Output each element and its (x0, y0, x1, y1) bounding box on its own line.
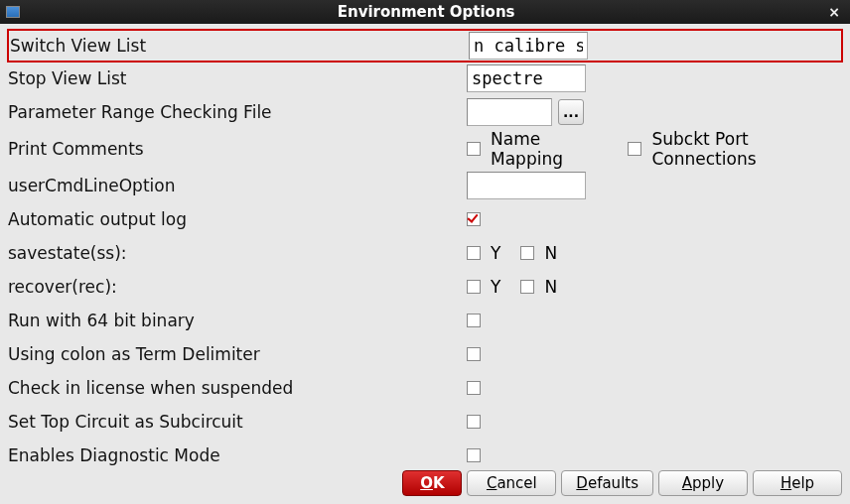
subckt-port-checkbox[interactable] (628, 142, 641, 156)
recover-n-label: N (544, 277, 557, 297)
label-check-lic: Check in license when suspended (8, 378, 467, 398)
recover-n-checkbox[interactable] (520, 280, 534, 294)
row-recover: recover(rec): Y N (8, 270, 842, 304)
row-user-cmd: userCmdLineOption (8, 169, 842, 202)
browse-button[interactable]: ... (558, 99, 584, 125)
savestate-n-label: N (544, 243, 557, 263)
check-lic-checkbox[interactable] (467, 381, 481, 395)
savestate-n-checkbox[interactable] (520, 246, 534, 260)
label-colon-delim: Using colon as Term Delimiter (8, 344, 467, 364)
auto-log-checkbox[interactable] (467, 212, 481, 226)
savestate-y-checkbox[interactable] (467, 246, 481, 260)
label-run64: Run with 64 bit binary (8, 311, 467, 330)
row-set-top: Set Top Circuit as Subcircuit (8, 405, 842, 439)
button-bar: OK Cancel Defaults Apply Help (0, 464, 850, 502)
ok-button[interactable]: OK (402, 470, 462, 496)
label-set-top: Set Top Circuit as Subcircuit (8, 412, 467, 432)
row-check-lic: Check in license when suspended (8, 371, 842, 405)
recover-y-label: Y (491, 277, 500, 297)
row-param-file: Parameter Range Checking File ... (8, 95, 842, 129)
label-stop-view: Stop View List (8, 68, 467, 88)
name-mapping-checkbox[interactable] (467, 142, 481, 156)
row-switch-view: Switch View List (7, 29, 843, 63)
form-area: Switch View List Stop View List Paramete… (0, 24, 850, 472)
row-auto-log: Automatic output log (8, 202, 842, 236)
label-param-file: Parameter Range Checking File (8, 102, 467, 122)
label-user-cmd: userCmdLineOption (8, 176, 467, 195)
user-cmd-input[interactable] (467, 172, 586, 199)
recover-y-checkbox[interactable] (467, 280, 481, 294)
apply-button[interactable]: Apply (658, 470, 748, 496)
help-button[interactable]: Help (753, 470, 842, 496)
savestate-y-label: Y (491, 243, 500, 263)
label-switch-view: Switch View List (10, 36, 469, 56)
subckt-port-label: Subckt Port Connections (651, 129, 842, 169)
label-recover: recover(rec): (8, 277, 467, 297)
label-print-comments: Print Comments (8, 139, 467, 159)
colon-delim-checkbox[interactable] (467, 347, 481, 361)
label-diag: Enables Diagnostic Mode (8, 445, 467, 465)
run64-checkbox[interactable] (467, 314, 481, 327)
diag-checkbox[interactable] (467, 448, 481, 462)
row-run64: Run with 64 bit binary (8, 304, 842, 337)
defaults-button[interactable]: Defaults (561, 470, 653, 496)
cancel-button[interactable]: Cancel (467, 470, 556, 496)
set-top-checkbox[interactable] (467, 415, 481, 429)
title-bar: Environment Options × (0, 0, 850, 24)
row-print-comments: Print Comments Name Mapping Subckt Port … (8, 129, 842, 169)
row-savestate: savestate(ss): Y N (8, 236, 842, 270)
stop-view-input[interactable] (467, 64, 586, 92)
name-mapping-label: Name Mapping (491, 129, 608, 169)
switch-view-input[interactable] (469, 32, 588, 60)
label-auto-log: Automatic output log (8, 209, 467, 229)
row-stop-view: Stop View List (8, 62, 842, 95)
close-icon[interactable]: × (824, 4, 844, 20)
window-title: Environment Options (28, 3, 824, 21)
window-icon (6, 6, 20, 18)
param-file-input[interactable] (467, 98, 552, 126)
label-savestate: savestate(ss): (8, 243, 467, 263)
row-colon-delim: Using colon as Term Delimiter (8, 337, 842, 371)
